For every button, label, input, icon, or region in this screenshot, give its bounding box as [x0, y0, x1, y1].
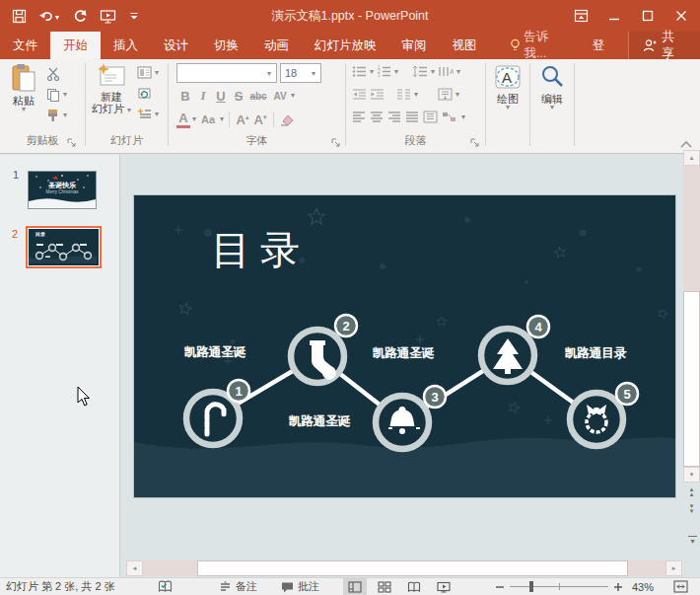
tab-animations[interactable]: 动画	[251, 32, 302, 59]
bold-button[interactable]: B	[176, 89, 194, 104]
columns-icon[interactable]	[396, 88, 411, 101]
clear-formatting-icon[interactable]	[279, 112, 295, 126]
scroll-right-button[interactable]: ▸	[665, 560, 682, 576]
undo-button[interactable]: ▾	[35, 4, 64, 28]
horizontal-scroll-track[interactable]	[143, 560, 665, 576]
decrease-font-size-button[interactable]: A▾	[252, 112, 268, 127]
align-left-icon[interactable]	[352, 111, 366, 123]
align-right-icon[interactable]	[387, 111, 401, 123]
node-label-1[interactable]: 凯路通圣诞	[184, 344, 246, 361]
section-button[interactable]: ▾	[137, 108, 159, 120]
spell-check-button[interactable]	[158, 578, 173, 595]
line-spacing-icon[interactable]	[412, 65, 428, 78]
drawing-button[interactable]: A 绘图 ▾	[490, 63, 525, 111]
collapse-ribbon-button[interactable]	[680, 138, 692, 150]
node-label-4[interactable]: 凯路通目录	[565, 345, 627, 362]
previous-slide-button[interactable]: ▴▴	[683, 483, 700, 499]
start-slideshow-button[interactable]	[96, 4, 121, 28]
slide-canvas[interactable]: 1 2 3 4 5 目录 凯路通圣诞 凯路通圣诞 凯路通圣诞 凯路通目录	[133, 194, 676, 498]
next-slide-button[interactable]: ▾▾	[683, 499, 700, 516]
distribute-columns-icon[interactable]	[423, 111, 438, 123]
tab-transitions[interactable]: 切换	[201, 32, 251, 59]
slide-counter[interactable]: 幻灯片 第 2 张, 共 2 张	[6, 578, 115, 595]
zoom-percentage[interactable]: 43%	[632, 578, 654, 595]
slide-title[interactable]: 目录	[211, 223, 310, 277]
zoom-out-icon[interactable]	[495, 582, 505, 592]
tab-insert[interactable]: 插入	[101, 32, 151, 59]
vertical-scroll-track[interactable]	[683, 166, 700, 291]
align-center-icon[interactable]	[370, 111, 384, 123]
paste-button[interactable]: 粘贴 ▾	[6, 63, 41, 112]
tab-home[interactable]: 开始	[50, 32, 101, 59]
change-case-button[interactable]: Aa	[198, 113, 218, 125]
horizontal-scroll-thumb[interactable]	[197, 560, 628, 576]
tab-slideshow[interactable]: 幻灯片放映	[302, 32, 389, 59]
paragraph-dialog-launcher[interactable]	[470, 137, 480, 147]
save-button[interactable]	[8, 4, 31, 28]
redo-button[interactable]	[68, 4, 92, 28]
tab-view[interactable]: 视图	[440, 32, 490, 59]
increase-indent-icon[interactable]	[370, 88, 385, 101]
mini-separator	[273, 112, 274, 127]
cut-button[interactable]	[46, 67, 61, 81]
font-name-combobox[interactable]: ▾	[176, 63, 277, 83]
new-slide-button[interactable]: 新建 幻灯片 ▾	[91, 63, 132, 114]
reset-slide-button[interactable]	[137, 87, 152, 101]
character-spacing-button[interactable]: AV	[269, 91, 291, 102]
normal-view-button[interactable]	[343, 578, 367, 595]
vertical-scrollbar[interactable]: ▴ ▾ ▴▴ ▾▾	[683, 150, 700, 516]
tab-file[interactable]: 文件	[0, 32, 50, 59]
slide-editor-area[interactable]: 1 2 3 4 5 目录 凯路通圣诞 凯路通圣诞 凯路通圣诞 凯路通目录 ▴	[121, 155, 700, 577]
scroll-up-button[interactable]: ▴	[683, 150, 700, 166]
scroll-left-button[interactable]: ◂	[126, 560, 143, 576]
fit-slide-to-window-button[interactable]	[673, 578, 688, 595]
strikethrough-button[interactable]: S	[230, 89, 247, 104]
notes-button[interactable]: 备注	[219, 578, 257, 595]
zoom-slider-thumb[interactable]	[529, 581, 533, 592]
text-shadow-button[interactable]: abc	[247, 91, 269, 102]
node-label-3[interactable]: 凯路通圣诞	[373, 345, 435, 362]
clipboard-dialog-launcher[interactable]	[67, 137, 77, 147]
tab-review[interactable]: 审阅	[389, 32, 440, 59]
align-text-vertical-icon[interactable]	[438, 88, 453, 101]
minimize-button[interactable]	[603, 5, 625, 27]
italic-button[interactable]: I	[194, 88, 212, 104]
slide-2-thumbnail-selected[interactable]: 目录	[26, 226, 102, 268]
close-button[interactable]	[670, 5, 692, 27]
underline-button[interactable]: U	[212, 89, 230, 104]
slide-layout-button[interactable]: ▾	[137, 66, 159, 79]
sign-in-button[interactable]: 登录	[581, 32, 629, 59]
editing-button[interactable]: 编辑 ▾	[534, 63, 570, 111]
justify-icon[interactable]	[405, 111, 419, 123]
tab-design[interactable]: 设计	[151, 32, 201, 59]
font-color-button[interactable]: A	[176, 111, 190, 128]
ribbon-display-options-button[interactable]	[570, 5, 592, 27]
text-direction-icon[interactable]: A	[438, 65, 454, 78]
slide-1-thumbnail[interactable]: 圣诞快乐 Merry Christmas	[28, 171, 97, 209]
format-painter-button[interactable]: ▾	[46, 109, 67, 122]
zoom-in-icon[interactable]	[613, 582, 623, 592]
scrollbar-pin-icon[interactable]: ▾	[688, 536, 697, 546]
customize-qat-button[interactable]	[125, 4, 143, 28]
scroll-down-button[interactable]: ▾	[683, 467, 700, 483]
font-size-combobox[interactable]: 18 ▾	[280, 63, 321, 83]
font-dialog-launcher[interactable]	[331, 137, 341, 147]
slideshow-view-button[interactable]	[432, 578, 455, 595]
share-button[interactable]: 共享	[628, 32, 700, 59]
horizontal-scrollbar[interactable]: ◂ ▸	[126, 560, 682, 576]
bullets-icon[interactable]	[352, 65, 367, 78]
decrease-indent-icon[interactable]	[352, 88, 367, 101]
convert-to-smartart-icon[interactable]	[442, 111, 457, 123]
vertical-scroll-thumb[interactable]	[683, 291, 700, 467]
zoom-slider[interactable]	[510, 578, 608, 595]
tell-me-box[interactable]: 告诉我...	[500, 32, 581, 59]
comments-button[interactable]: 批注	[281, 578, 319, 595]
numbering-icon[interactable]: 123	[377, 65, 391, 78]
maximize-button[interactable]	[637, 5, 659, 27]
copy-button[interactable]: ▾	[46, 88, 67, 102]
node-label-2[interactable]: 凯路通圣诞	[289, 413, 351, 430]
increase-font-size-button[interactable]: A▴	[235, 112, 250, 127]
slide-thumbnail-panel[interactable]: 1 圣诞快乐 Merry Christmas 2	[0, 155, 120, 577]
reading-view-button[interactable]	[402, 578, 426, 595]
slide-sorter-view-button[interactable]	[373, 578, 396, 595]
